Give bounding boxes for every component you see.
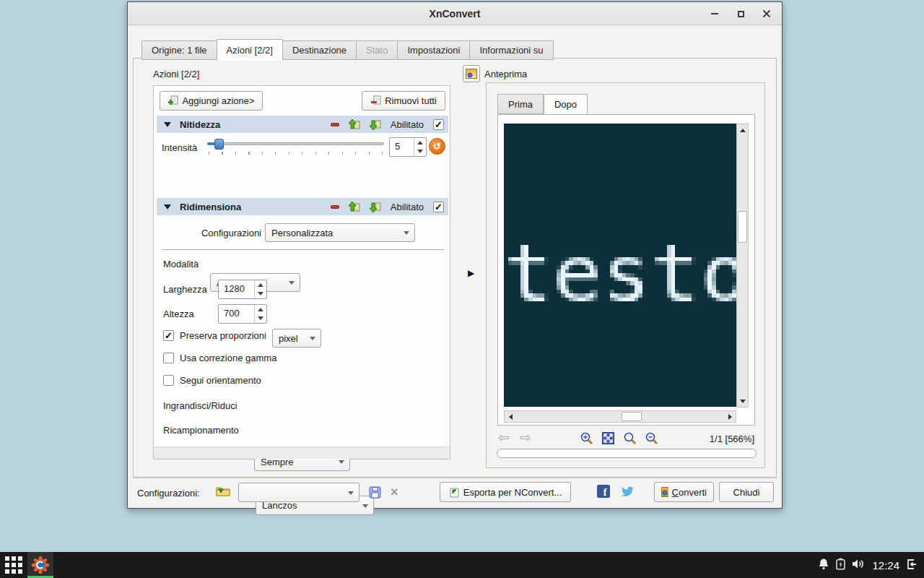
- bottom-separator: [133, 478, 777, 478]
- remove-action-icon[interactable]: [331, 205, 339, 209]
- unit-dropdown[interactable]: pixel: [272, 329, 321, 348]
- sharpen-enabled-checkbox[interactable]: ✓: [433, 119, 444, 130]
- keep-ratio-checkbox[interactable]: ✓: [163, 330, 174, 341]
- minimize-button[interactable]: [707, 6, 723, 22]
- scroll-down-button[interactable]: [737, 395, 748, 407]
- tab-origine[interactable]: Origine: 1 file: [141, 40, 217, 60]
- scroll-up-button[interactable]: [737, 124, 748, 136]
- presets-dropdown[interactable]: [238, 483, 359, 502]
- spin-up-button[interactable]: [255, 305, 266, 314]
- window-controls: [707, 2, 775, 25]
- zoom-out-button[interactable]: [645, 432, 658, 447]
- width-value: 1280: [219, 280, 254, 298]
- check-icon: ✓: [165, 330, 173, 341]
- gamma-checkbox-row[interactable]: Usa correzione gamma: [163, 353, 276, 363]
- chevron-down-icon: [289, 281, 295, 285]
- add-action-icon: [167, 95, 178, 106]
- remove-action-icon[interactable]: [331, 123, 339, 126]
- delete-preset-button[interactable]: ×: [391, 485, 398, 500]
- slider-track[interactable]: [207, 142, 384, 145]
- vertical-scrollbar[interactable]: [736, 124, 749, 407]
- spin-arrows: [414, 138, 426, 156]
- forward-arrow-icon: ⇨: [520, 430, 531, 445]
- tab-informazioni[interactable]: Informazioni su: [469, 40, 553, 60]
- scrollbar-thumb[interactable]: [622, 412, 642, 421]
- preset-dropdown[interactable]: Personalizzata: [265, 223, 415, 242]
- logout-button[interactable]: [906, 558, 917, 572]
- spin-down-button[interactable]: [255, 314, 266, 324]
- move-up-icon[interactable]: [349, 119, 360, 130]
- close-window-button[interactable]: Chiudi: [719, 482, 774, 502]
- width-spinbox[interactable]: 1280: [218, 280, 267, 299]
- minimize-icon: [711, 13, 718, 14]
- orientation-checkbox[interactable]: [163, 375, 174, 386]
- export-nconvert-button[interactable]: Esporta per NConvert...: [440, 482, 571, 502]
- move-down-icon[interactable]: [370, 119, 381, 130]
- resize-action-header[interactable]: Ridimensiona Abilitato ✓: [157, 198, 448, 215]
- prev-image-button[interactable]: ⇦: [498, 431, 510, 444]
- maximize-button[interactable]: [733, 6, 749, 22]
- scroll-left-button[interactable]: [505, 411, 516, 422]
- intensity-spinbox[interactable]: 5: [389, 137, 427, 157]
- spin-down-button[interactable]: [414, 147, 426, 157]
- taskbar-clock[interactable]: 12:24: [872, 559, 899, 571]
- sharpen-title: Nitidezza: [180, 119, 220, 130]
- height-spinbox[interactable]: 700: [218, 304, 267, 324]
- tab-azioni[interactable]: Azioni [2/2]: [217, 39, 283, 61]
- chevron-down-icon: [310, 337, 315, 340]
- scrollbar-thumb[interactable]: [738, 211, 747, 243]
- facebook-button[interactable]: f: [597, 485, 610, 500]
- intensity-slider[interactable]: [207, 138, 384, 157]
- fit-to-window-button[interactable]: [602, 432, 614, 447]
- svg-text:f: f: [603, 487, 607, 498]
- reset-intensity-button[interactable]: ↺: [429, 138, 445, 155]
- mode-label: Modalità: [163, 259, 199, 269]
- bell-icon: [818, 558, 829, 570]
- notifications-button[interactable]: [818, 558, 829, 572]
- convert-button[interactable]: Converti: [654, 482, 714, 502]
- tab-label: Prima: [508, 99, 533, 110]
- preview-panel-title: Anteprima: [484, 69, 527, 79]
- xnconvert-app-icon: [31, 556, 50, 574]
- gamma-checkbox[interactable]: [163, 353, 174, 363]
- battery-button[interactable]: [836, 558, 845, 572]
- taskbar-xnconvert-app[interactable]: [27, 552, 53, 578]
- zoom-in-button[interactable]: [580, 432, 593, 447]
- tab-impostazioni[interactable]: Impostazioni: [397, 40, 469, 60]
- scroll-right-button[interactable]: [724, 411, 736, 422]
- preview-image[interactable]: [504, 124, 736, 407]
- titlebar[interactable]: XnConvert: [128, 2, 782, 25]
- splitter-handle[interactable]: ▶: [468, 268, 474, 278]
- remove-all-button[interactable]: Rimuovi tutti: [362, 91, 445, 111]
- chevron-down-icon: [362, 504, 368, 508]
- fit-icon: [602, 432, 614, 444]
- spin-up-button[interactable]: [414, 138, 426, 147]
- preview-toggle-button[interactable]: [463, 65, 480, 82]
- zoom-100-button[interactable]: [624, 432, 637, 447]
- slider-handle[interactable]: [214, 139, 224, 150]
- collapse-icon[interactable]: [164, 204, 171, 210]
- volume-button[interactable]: [852, 558, 866, 571]
- spin-down-button[interactable]: [255, 290, 266, 299]
- collapse-icon[interactable]: [164, 122, 171, 127]
- spin-up-button[interactable]: [255, 280, 266, 290]
- keep-ratio-checkbox-row[interactable]: ✓ Preserva proporzioni: [163, 330, 266, 341]
- tab-dopo[interactable]: Dopo: [544, 94, 588, 114]
- sharpen-action-header[interactable]: Nitidezza Abilitato ✓: [157, 116, 448, 133]
- move-down-icon[interactable]: [370, 202, 381, 212]
- add-action-button[interactable]: Aggiungi azione>: [160, 91, 263, 111]
- move-up-icon[interactable]: [349, 202, 360, 212]
- orientation-checkbox-row[interactable]: Segui orientamento: [163, 375, 261, 386]
- next-image-button[interactable]: ⇨: [520, 431, 531, 444]
- horizontal-scrollbar[interactable]: [504, 410, 736, 423]
- tab-destinazione[interactable]: Destinazione: [283, 40, 356, 60]
- applications-menu-button[interactable]: [0, 552, 27, 578]
- close-button[interactable]: [759, 6, 775, 22]
- resize-enabled-checkbox[interactable]: ✓: [433, 202, 444, 212]
- presets-label: Configurazioni:: [137, 488, 200, 499]
- twitter-button[interactable]: [622, 486, 635, 499]
- open-presets-folder-button[interactable]: [216, 485, 230, 499]
- twitter-icon: [622, 486, 635, 497]
- tab-prima[interactable]: Prima: [497, 94, 544, 114]
- save-preset-button[interactable]: [369, 486, 381, 501]
